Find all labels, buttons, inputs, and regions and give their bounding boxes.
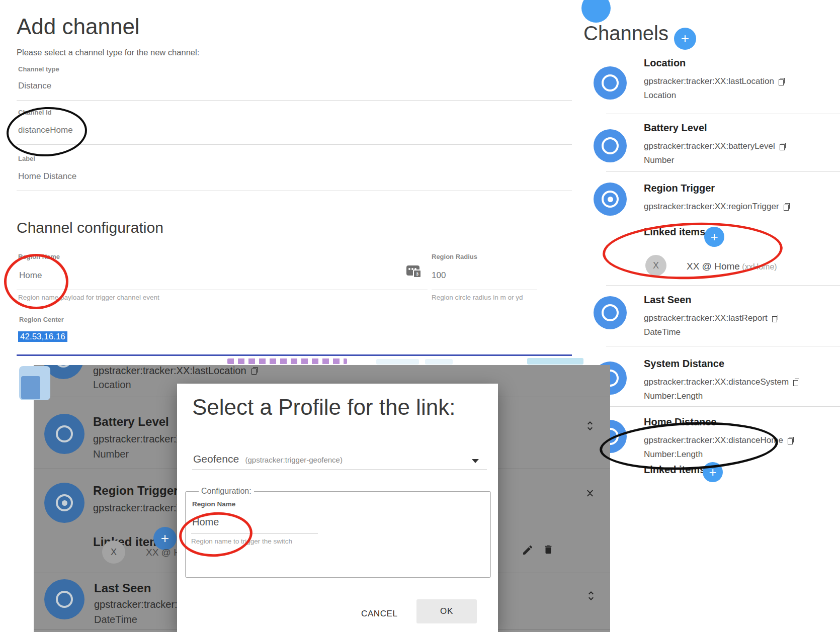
- channel-avatar-location: [594, 66, 627, 100]
- region-center-field[interactable]: 42.53,16.16: [18, 332, 67, 342]
- channels-heading: Channels: [583, 22, 668, 45]
- channel-id-system-distance: gpstracker:tracker:XX:distanceSystem: [644, 377, 799, 387]
- linked-item-avatar: X: [645, 255, 666, 276]
- add-channel-button[interactable]: +: [674, 28, 696, 50]
- channel-type-field[interactable]: Distance: [18, 81, 51, 91]
- expand-channel-button[interactable]: [584, 418, 596, 435]
- keypad-badge: 3: [413, 269, 422, 278]
- dialog-title: Select a Profile for the link:: [192, 395, 455, 420]
- region-radius-field[interactable]: 100: [432, 270, 446, 281]
- channel-id-home-distance: gpstracker:tracker:XX:distanceHome: [644, 435, 794, 445]
- unfold-more-icon: [584, 418, 596, 433]
- bg-channel-avatar: [44, 579, 85, 619]
- region-name-field[interactable]: Home: [19, 270, 42, 281]
- pencil-icon: [522, 544, 534, 556]
- linked-item[interactable]: XX @ Home (xxHome): [687, 261, 777, 272]
- bg-channel-id: gpstracker:tracker:XX:lastLocation: [93, 365, 258, 377]
- divider: [606, 285, 840, 286]
- region-radius-underline: [432, 290, 537, 290]
- channel-id-battery: gpstracker:tracker:XX:batteryLevel: [644, 141, 786, 151]
- channel-id-text: gpstracker:tracker:XX:batteryLevel: [644, 141, 775, 151]
- dialog-region-name-hint: Region name to trigger the switch: [191, 537, 292, 545]
- profile-select[interactable]: Geofence (gpstracker:trigger-geofence): [193, 453, 343, 465]
- keypad-icon[interactable]: 3: [406, 265, 419, 276]
- add-link-button[interactable]: +: [704, 227, 724, 247]
- channel-title-region-trigger[interactable]: Region Trigger: [644, 183, 715, 194]
- cancel-button[interactable]: CANCEL: [361, 609, 398, 619]
- linked-item-suffix: (xxHome): [742, 262, 777, 271]
- radio-checked-icon: [602, 191, 619, 208]
- label-field[interactable]: Home Distance: [18, 171, 76, 182]
- radio-ring-icon: [602, 74, 619, 92]
- channel-title-home-distance[interactable]: Home Distance: [644, 416, 717, 428]
- channel-type-home-distance: Number:Length: [644, 449, 703, 460]
- copy-icon[interactable]: [784, 203, 790, 211]
- channel-title-battery[interactable]: Battery Level: [644, 122, 707, 134]
- unfold-more-icon: [585, 588, 597, 603]
- bg-channel-type: Number: [93, 448, 129, 460]
- map-sliver-2: [425, 359, 453, 365]
- channel-id-text: gpstracker:tracker:XX:lastLocation: [644, 76, 774, 86]
- channel-type-last-seen: DateTime: [644, 327, 681, 337]
- channel-id-label: Channel Id: [18, 109, 51, 116]
- channel-id-last-seen: gpstracker:tracker:XX:lastReport: [644, 313, 778, 323]
- add-link-button-2[interactable]: +: [703, 462, 723, 482]
- linked-item-label: XX @ Home: [687, 261, 740, 272]
- copy-icon: [251, 367, 258, 375]
- bg-channel-type: Location: [93, 379, 131, 391]
- divider: [606, 114, 840, 114]
- expand-channel-button-2[interactable]: [585, 588, 597, 605]
- channel-avatar-battery: [594, 129, 627, 162]
- region-center-selected-text: 42.53,16.16: [18, 331, 67, 342]
- copy-icon[interactable]: [788, 437, 794, 444]
- bg-channel-avatar: [44, 414, 85, 454]
- channel-id-region-trigger: gpstracker:tracker:XX:regionTrigger: [644, 202, 790, 212]
- channel-title-system-distance[interactable]: System Distance: [644, 358, 724, 370]
- dialog-region-name-label: Region Name: [192, 500, 235, 508]
- divider: [606, 171, 840, 172]
- channel-id-underline: [17, 144, 572, 145]
- chevron-down-icon[interactable]: [472, 459, 479, 463]
- map-sliver-3: [527, 358, 583, 365]
- delete-link-button[interactable]: [543, 544, 554, 558]
- region-name-hint: Region name payload for trigger channel …: [18, 294, 159, 301]
- channel-id-text: gpstracker:tracker:XX:regionTrigger: [644, 202, 779, 212]
- channel-type-location: Location: [644, 91, 676, 101]
- config-heading: Channel configuration: [17, 219, 163, 236]
- map-sliver-1: [376, 359, 419, 365]
- channel-title-location[interactable]: Location: [644, 57, 686, 69]
- edit-link-button[interactable]: [522, 544, 534, 558]
- bg-channel-title: Last Seen: [94, 581, 151, 595]
- channel-type-label: Channel type: [18, 65, 59, 73]
- copy-icon[interactable]: [793, 379, 799, 386]
- dialog-region-name-field[interactable]: Home: [192, 516, 219, 528]
- radio-ring-icon: [55, 365, 72, 368]
- channel-type-system-distance: Number:Length: [644, 391, 703, 401]
- bg-channel-id-text: gpstracker:tracker:XX:lastLocation: [93, 365, 246, 377]
- radio-ring-icon: [602, 137, 619, 154]
- copy-icon[interactable]: [779, 78, 785, 85]
- region-radius-hint: Region circle radius in m or yd: [432, 294, 523, 301]
- map-control-inner: [21, 376, 40, 399]
- divider: [606, 346, 840, 346]
- bg-channel-avatar: [44, 483, 85, 523]
- region-name-underline: [17, 290, 428, 290]
- bg-channel-type: DateTime: [94, 614, 137, 625]
- profile-dialog: Select a Profile for the link: Geofence …: [177, 384, 498, 632]
- region-name-label: Region Name: [18, 253, 60, 260]
- channel-id-field[interactable]: distanceHome: [18, 125, 73, 135]
- copy-icon[interactable]: [772, 315, 778, 322]
- profile-select-value: Geofence: [193, 453, 239, 465]
- channel-id-text: gpstracker:tracker:XX:distanceSystem: [644, 377, 789, 387]
- channel-title-last-seen[interactable]: Last Seen: [644, 294, 691, 306]
- page-root: Add channel Please select a channel type…: [0, 0, 840, 632]
- channel-type-battery: Number: [644, 155, 674, 165]
- label-field-label: Label: [18, 155, 35, 162]
- region-center-label: Region Center: [19, 316, 64, 323]
- collapse-channel-button[interactable]: [584, 486, 596, 503]
- ok-button[interactable]: OK: [416, 599, 477, 623]
- region-center-focus-underline: [17, 354, 572, 356]
- channel-id-location: gpstracker:tracker:XX:lastLocation: [644, 76, 785, 86]
- copy-icon[interactable]: [780, 143, 786, 150]
- region-radius-label: Region Radius: [432, 253, 477, 260]
